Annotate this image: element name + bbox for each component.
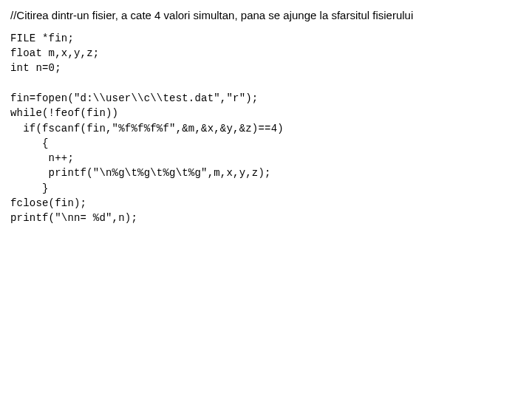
code-block: FILE *fin; float m,x,y,z; int n=0; fin=f… — [10, 31, 522, 226]
comment-line: //Citirea dintr-un fisier, a cate 4 valo… — [10, 7, 522, 24]
